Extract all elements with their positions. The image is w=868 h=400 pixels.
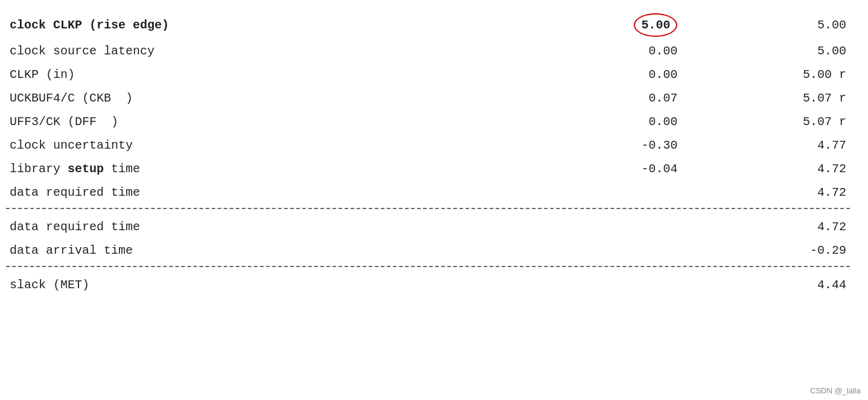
table-row: slack (MET) 4.44: [6, 273, 850, 297]
row-path: -0.29: [681, 239, 850, 262]
separator-row-1: [6, 204, 850, 210]
row-label: library setup time: [6, 157, 512, 181]
row-path: 5.07 r: [681, 110, 850, 134]
row-incr: -0.04: [512, 157, 681, 181]
table-row: data required time 4.72: [6, 181, 850, 204]
row-incr: 0.07: [512, 86, 681, 110]
bold-word: setup: [68, 162, 104, 176]
circled-value: 5.00: [634, 13, 677, 37]
row-label: UCKBUF4/C (CKB ): [6, 86, 512, 110]
row-incr: [512, 273, 681, 297]
row-incr: -0.30: [512, 134, 681, 157]
table-row: data required time 4.72: [6, 215, 850, 239]
row-incr: 0.00: [512, 110, 681, 134]
row-path: 4.77: [681, 134, 850, 157]
row-path: 4.44: [681, 273, 850, 297]
row-path: 4.72: [681, 181, 850, 204]
row-label: clock source latency: [6, 39, 512, 63]
timing-report-table: clock CLKP (rise edge) 5.00 5.00 clock s…: [6, 11, 850, 297]
row-path: 4.72: [681, 215, 850, 239]
row-incr: 0.00: [512, 63, 681, 86]
separator-row-2: [6, 262, 850, 268]
table-row: library setup time -0.04 4.72: [6, 157, 850, 181]
row-incr: [512, 239, 681, 262]
spacing-row-2: [6, 268, 850, 273]
spacing-row: [6, 210, 850, 215]
table-row: UCKBUF4/C (CKB ) 0.07 5.07 r: [6, 86, 850, 110]
dashed-separator-2: [6, 266, 850, 267]
row-label: data arrival time: [6, 239, 512, 262]
table-row: clock source latency 0.00 5.00: [6, 39, 850, 63]
row-path: 5.00 r: [681, 63, 850, 86]
row-path: 5.00: [681, 11, 850, 39]
row-incr: [512, 181, 681, 204]
row-label: clock uncertainty: [6, 134, 512, 157]
table-row: CLKP (in) 0.00 5.00 r: [6, 63, 850, 86]
table-row: clock uncertainty -0.30 4.77: [6, 134, 850, 157]
row-label: clock CLKP (rise edge): [6, 11, 512, 39]
row-path: 5.07 r: [681, 86, 850, 110]
row-label-text: clock CLKP (rise edge): [10, 18, 169, 32]
table-row: UFF3/CK (DFF ) 0.00 5.07 r: [6, 110, 850, 134]
row-path: 5.00: [681, 39, 850, 63]
row-incr: 0.00: [512, 39, 681, 63]
row-label: data required time: [6, 215, 512, 239]
table-row: clock CLKP (rise edge) 5.00 5.00: [6, 11, 850, 39]
row-label: slack (MET): [6, 273, 512, 297]
row-incr: [512, 215, 681, 239]
dashed-separator-1: [6, 208, 850, 209]
row-label: UFF3/CK (DFF ): [6, 110, 512, 134]
row-label: data required time: [6, 181, 512, 204]
table-row: data arrival time -0.29: [6, 239, 850, 262]
watermark: CSDN @_lalla: [810, 386, 861, 395]
row-path: 4.72: [681, 157, 850, 181]
row-label: CLKP (in): [6, 63, 512, 86]
row-incr: 5.00: [512, 11, 681, 39]
